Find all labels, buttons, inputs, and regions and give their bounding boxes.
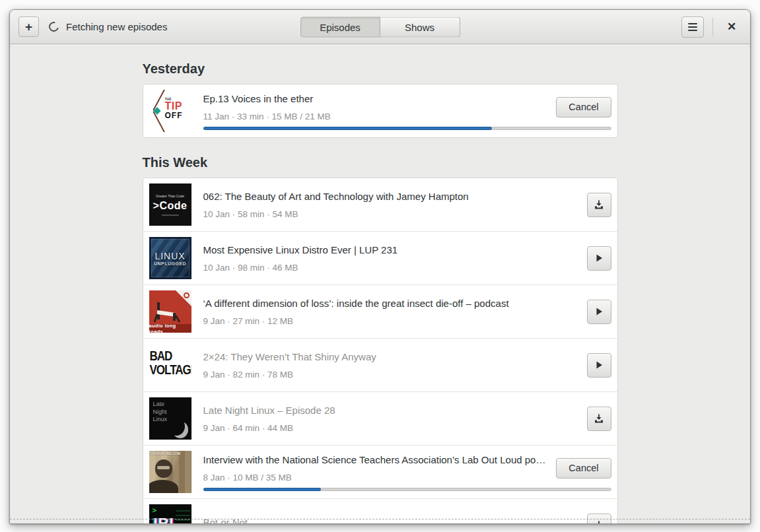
- episode-title: 2×24: They Weren’t That Shiny Anyway: [203, 350, 579, 364]
- cover-text: UNPLUGGED: [154, 261, 186, 266]
- view-switcher: Episodes Shows: [300, 17, 460, 37]
- podcast-cover-audio-long-reads: audio long reads: [149, 290, 191, 333]
- app-window: + Fetching new episodes Episodes Shows ✕…: [9, 9, 751, 524]
- hamburger-icon: [688, 23, 697, 31]
- download-progress-fill: [203, 488, 322, 491]
- episode-row[interactable]: Late Night Linux Late Night Linux – Epis…: [143, 391, 617, 445]
- download-episode-button[interactable]: [587, 193, 611, 217]
- cover-text: OFF: [165, 112, 183, 119]
- menu-button[interactable]: [681, 17, 704, 38]
- play-icon: [594, 360, 604, 370]
- play-icon: [594, 306, 604, 317]
- podcast-cover-linux-unplugged: LINUX UNPLUGGED: [149, 237, 191, 279]
- podcast-cover-greater-than-code: Greater Than Code >Code: [149, 183, 191, 226]
- tab-shows[interactable]: Shows: [380, 17, 460, 37]
- episode-row[interactable]: LINUX UNPLUGGED Most Expensive Linux Dis…: [143, 231, 617, 284]
- podcast-cover-craphound: CRAPHOUND.COM: [149, 451, 191, 493]
- download-icon: [594, 413, 604, 424]
- cancel-download-button[interactable]: Cancel: [556, 97, 611, 117]
- cover-portrait-glasses: [157, 466, 170, 469]
- play-episode-button[interactable]: [587, 246, 611, 271]
- podcast-cover-bad-voltage: BAD VOLTAGE: [149, 344, 191, 386]
- cover-text: Greater Than Code: [156, 194, 184, 198]
- headerbar-right: ✕: [681, 17, 742, 38]
- download-progressbar: [203, 488, 611, 491]
- play-episode-button[interactable]: [587, 300, 611, 324]
- close-button[interactable]: ✕: [722, 17, 742, 37]
- cover-portrait-body: [149, 480, 178, 493]
- moon-icon: [172, 421, 188, 438]
- download-icon: [594, 199, 604, 210]
- podcast-cover-the-tip-off: THE TIP OFF: [149, 90, 191, 132]
- cover-text: Night: [153, 409, 191, 416]
- section-title: Yesterday: [143, 60, 618, 77]
- episode-row[interactable]: BAD VOLTAGE 2×24: They Weren’t That Shin…: [143, 338, 617, 391]
- episode-meta: 8 Jan · 10 MB / 35 MB: [203, 472, 549, 483]
- cover-text: >Code: [153, 200, 188, 212]
- episode-row[interactable]: CRAPHOUND.COM Interview with the Nationa…: [143, 445, 617, 498]
- cancel-download-button[interactable]: Cancel: [556, 458, 611, 479]
- episode-row[interactable]: audio long reads ‘A different dimension …: [143, 284, 617, 338]
- episode-row[interactable]: THE TIP OFF Ep.13 Voices in the ether 11…: [143, 84, 617, 137]
- episode-meta: 10 Jan · 58 min · 54 MB: [203, 209, 579, 220]
- episode-title: 062: The Beauty of Art and Technology wi…: [203, 190, 579, 203]
- episode-title: Ep.13 Voices in the ether: [203, 92, 549, 106]
- episode-title: Bot or Not: [203, 516, 579, 523]
- tab-episodes[interactable]: Episodes: [300, 17, 380, 37]
- cover-text: VOLTAGE: [150, 362, 191, 378]
- section-title: This Week: [143, 154, 618, 171]
- cover-text: TIP: [165, 101, 183, 112]
- cover-text: LINUX: [155, 251, 185, 261]
- cover-rule: [162, 215, 179, 216]
- undershoot-indicator: [10, 519, 750, 519]
- download-episode-button[interactable]: [587, 407, 611, 431]
- headerbar: + Fetching new episodes Episodes Shows ✕: [10, 10, 750, 44]
- play-episode-button[interactable]: [587, 353, 611, 378]
- cover-text: Late: [153, 401, 191, 409]
- guardian-roundel-icon: [184, 292, 190, 298]
- episode-row[interactable]: Greater Than Code >Code 062: The Beauty …: [143, 178, 617, 231]
- episodes-view: Yesterday THE TIP OFF Ep.13 Voices in th…: [10, 44, 750, 523]
- episodes-card: THE TIP OFF Ep.13 Voices in the ether 11…: [143, 84, 618, 138]
- status-text: Fetching new episodes: [66, 21, 167, 32]
- episodes-column: Yesterday THE TIP OFF Ep.13 Voices in th…: [143, 60, 618, 523]
- episode-title: ‘A different dimension of loss’: inside …: [203, 297, 579, 310]
- episodes-card: Greater Than Code >Code 062: The Beauty …: [143, 178, 618, 523]
- header-separator: [712, 18, 713, 36]
- cover-banner-text: audio long reads: [149, 324, 191, 333]
- episode-meta: 9 Jan · 64 min · 44 MB: [203, 422, 579, 434]
- podcast-cover-late-night-linux: Late Night Linux: [149, 397, 191, 440]
- episode-meta: 10 Jan · 98 min · 46 MB: [203, 262, 579, 273]
- episode-title: Interview with the National Science Teac…: [203, 453, 549, 467]
- add-podcast-button[interactable]: +: [18, 17, 39, 37]
- podcast-cover-irl: > IRL: [149, 504, 191, 523]
- episode-meta: 9 Jan · 82 min · 78 MB: [203, 369, 579, 380]
- download-progress-fill: [203, 127, 492, 130]
- play-icon: [594, 253, 604, 263]
- spinner-icon: [47, 20, 60, 33]
- episode-row[interactable]: > IRL Bot or Not: [143, 498, 617, 523]
- download-icon: [594, 520, 604, 523]
- cover-text: CRAPHOUND.COM: [151, 451, 181, 455]
- episode-meta: 9 Jan · 27 min · 12 MB: [203, 316, 579, 327]
- episode-title: Most Expensive Linux Distro Ever | LUP 2…: [203, 244, 579, 257]
- episode-title: Late Night Linux – Episode 28: [203, 404, 579, 417]
- download-progressbar: [203, 127, 611, 130]
- episode-meta: 11 Jan · 33 min · 15 MB / 21 MB: [203, 111, 549, 122]
